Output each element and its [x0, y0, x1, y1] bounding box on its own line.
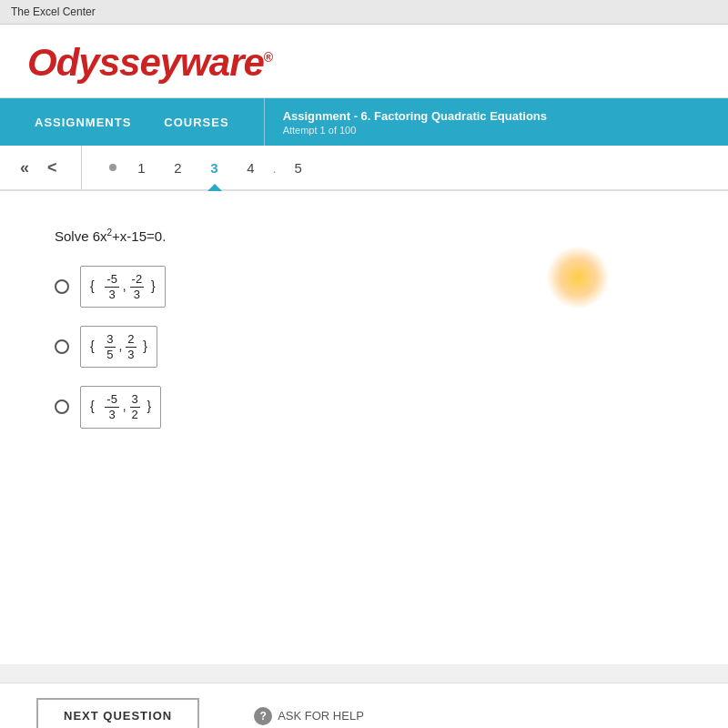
nav-bar: ASSIGNMENTS COURSES Assignment - 6. Fact…	[0, 98, 728, 146]
pagination-bar: « < 1 2 3 4 . 5	[0, 146, 728, 191]
pag-numbers: 1 2 3 4 . 5	[126, 151, 713, 184]
nav-left: ASSIGNMENTS COURSES	[0, 98, 264, 146]
attempt-label: Attempt 1 of 100	[283, 125, 547, 136]
question-text: Solve 6x2+x-15=0.	[55, 228, 673, 244]
app-logo: Odysseyware®	[27, 41, 701, 85]
footer-bar: NEXT QUESTION ? ASK FOR HELP	[0, 682, 728, 728]
ask-help-label: ASK FOR HELP	[278, 709, 364, 723]
option-a-math: { -5 3 , -2 3 }	[80, 266, 166, 308]
ask-help-button[interactable]: ? ASK FOR HELP	[254, 707, 364, 725]
nav-assignment-info: Assignment - 6. Factoring Quadratic Equa…	[264, 98, 728, 146]
browser-tab-bar: The Excel Center	[0, 0, 728, 25]
pag-dot	[109, 164, 116, 171]
frac-a2: -2 3	[130, 272, 145, 301]
pag-num-5[interactable]: 5	[282, 151, 315, 184]
help-icon: ?	[254, 707, 272, 725]
frac-c1: -5 3	[105, 392, 119, 421]
nav-courses[interactable]: COURSES	[147, 98, 245, 146]
next-question-button[interactable]: NEXT QUESTION	[36, 698, 199, 728]
frac-b1: 3 5	[105, 332, 115, 361]
radio-c[interactable]	[55, 399, 69, 414]
nav-assignments[interactable]: ASSIGNMENTS	[18, 98, 147, 146]
pag-num-1[interactable]: 1	[126, 151, 158, 184]
frac-a1: -5 3	[105, 272, 119, 301]
options-list: { -5 3 , -2 3 } { 3	[55, 266, 673, 429]
pag-back-single[interactable]: <	[42, 155, 63, 181]
browser-tab-label: The Excel Center	[11, 5, 96, 18]
option-c-math: { -5 3 , 3 2 }	[80, 386, 161, 428]
radio-a[interactable]	[55, 279, 69, 294]
pag-nav-controls: « <	[15, 146, 82, 189]
pag-back-double[interactable]: «	[15, 155, 35, 181]
option-b[interactable]: { 3 5 , 2 3 }	[55, 326, 673, 368]
pag-num-3[interactable]: 3	[198, 151, 231, 184]
app-header: Odysseyware®	[0, 25, 728, 98]
pag-num-2[interactable]: 2	[162, 151, 195, 184]
content-area: Solve 6x2+x-15=0. { -5 3 , -2 3 }	[0, 191, 728, 664]
option-c[interactable]: { -5 3 , 3 2 }	[55, 386, 673, 428]
frac-b2: 2 3	[126, 332, 136, 361]
radio-b[interactable]	[55, 339, 69, 354]
pag-ellipsis: .	[271, 160, 278, 176]
frac-c2: 3 2	[130, 392, 140, 421]
assignment-title: Assignment - 6. Factoring Quadratic Equa…	[283, 109, 547, 123]
option-a[interactable]: { -5 3 , -2 3 }	[55, 266, 673, 308]
pag-num-4[interactable]: 4	[235, 151, 268, 184]
option-b-math: { 3 5 , 2 3 }	[80, 326, 157, 368]
